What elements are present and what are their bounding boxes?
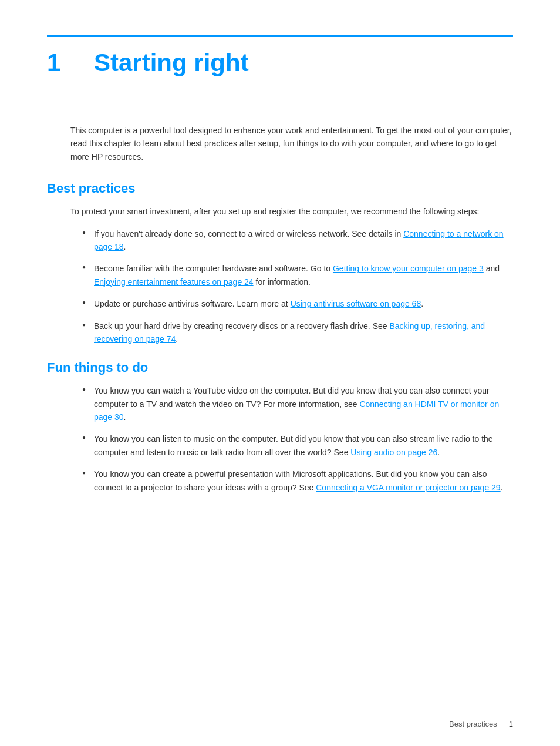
list-item: Update or purchase antivirus software. L…: [82, 297, 513, 310]
best-practices-section: Best practices To protect your smart inv…: [47, 181, 513, 345]
bullet-text: Update or purchase antivirus software. L…: [94, 299, 291, 308]
list-item: If you haven't already done so, connect …: [82, 227, 513, 254]
fun-things-section: Fun things to do You know you can watch …: [47, 360, 513, 494]
getting-to-know-link[interactable]: Getting to know your computer on page 3: [333, 264, 484, 273]
bullet-text-after: for information.: [254, 277, 311, 287]
list-item: You know you can listen to music on the …: [82, 432, 513, 459]
bullet-text-after: .: [124, 412, 126, 422]
best-practices-intro: To protect your smart investment, after …: [70, 205, 513, 218]
bullet-text-after: .: [501, 483, 503, 492]
footer-label: Best practices: [449, 720, 497, 728]
fun-things-heading: Fun things to do: [47, 360, 513, 375]
list-item: Back up your hard drive by creating reco…: [82, 320, 513, 346]
page-footer: Best practices 1: [449, 720, 513, 728]
chapter-title: Starting right: [94, 49, 249, 77]
list-item: You know you can create a powerful prese…: [82, 468, 513, 494]
best-practices-list: If you haven't already done so, connect …: [82, 227, 513, 346]
bullet-text: Become familiar with the computer hardwa…: [94, 264, 333, 273]
antivirus-link[interactable]: Using antivirus software on page 68: [291, 299, 421, 308]
vga-monitor-link[interactable]: Connecting a VGA monitor or projector on…: [316, 483, 500, 492]
bullet-text-after: .: [176, 334, 178, 344]
list-item: Become familiar with the computer hardwa…: [82, 262, 513, 288]
chapter-header: 1 Starting right: [47, 49, 513, 77]
chapter-number: 1: [47, 49, 76, 77]
bullet-text-after: .: [437, 448, 440, 457]
fun-things-list: You know you can watch a YouTube video o…: [82, 384, 513, 494]
top-border-line: [47, 35, 513, 37]
best-practices-heading: Best practices: [47, 181, 513, 196]
bullet-text: If you haven't already done so, connect …: [94, 229, 403, 238]
list-item: You know you can watch a YouTube video o…: [82, 384, 513, 424]
bullet-text: Back up your hard drive by creating reco…: [94, 321, 389, 331]
using-audio-link[interactable]: Using audio on page 26: [350, 448, 437, 457]
page-content: 1 Starting right This computer is a powe…: [0, 0, 560, 556]
bullet-text-after: .: [421, 299, 423, 308]
bullet-text-after: .: [124, 242, 126, 251]
enjoying-entertainment-link[interactable]: Enjoying entertainment features on page …: [94, 277, 254, 287]
intro-paragraph: This computer is a powerful tool designe…: [70, 124, 513, 163]
footer-page-number: 1: [509, 720, 513, 728]
bullet-text-middle: and: [484, 264, 500, 273]
